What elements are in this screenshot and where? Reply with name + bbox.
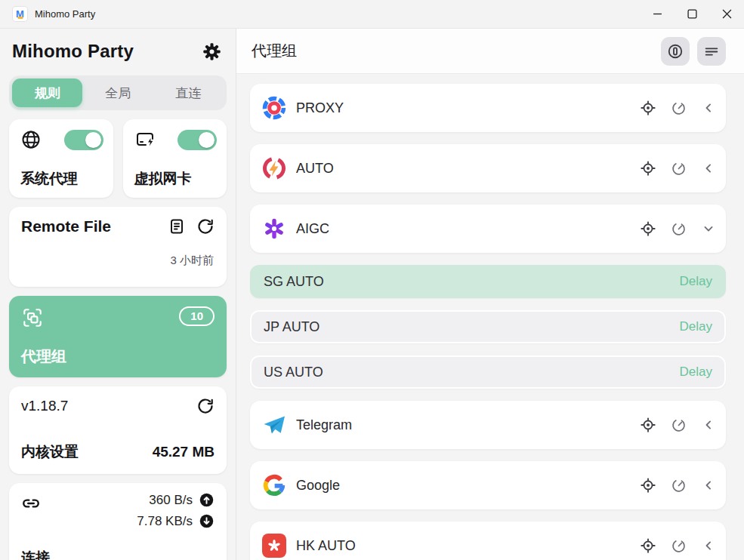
core-memory-usage: 45.27 MB <box>153 444 215 460</box>
delay-test-gauge-icon[interactable] <box>670 477 687 494</box>
maximize-button[interactable] <box>675 0 709 28</box>
tab-rule-mode[interactable]: 规则 <box>12 78 82 107</box>
lightning-ring-icon <box>262 156 286 180</box>
core-card[interactable]: v1.18.7 内核设置 45.27 MB <box>9 386 227 474</box>
restart-core-icon[interactable] <box>196 397 215 415</box>
connections-card[interactable]: 360 B/s 7.78 KB/s <box>9 483 227 560</box>
download-speed: 7.78 KB/s <box>137 514 193 529</box>
upload-arrow-icon <box>199 492 215 508</box>
core-settings-label: 内核设置 <box>21 442 79 462</box>
delay-label[interactable]: Delay <box>680 274 712 289</box>
tun-label: 虚拟网卡 <box>134 169 218 189</box>
sidebar-app-title: Mihomo Party <box>12 41 134 62</box>
proxy-group-row[interactable]: AUTO <box>250 144 726 192</box>
delay-test-gauge-icon[interactable] <box>670 100 687 116</box>
outbound-mode-tabs: 规则 全局 直连 <box>9 75 227 110</box>
proxy-group-row[interactable]: Google <box>250 461 726 509</box>
locate-icon[interactable] <box>640 537 656 554</box>
proxy-node-name: US AUTO <box>264 365 323 380</box>
delay-label[interactable]: Delay <box>680 319 712 334</box>
proxy-group-name: HK AUTO <box>296 538 356 554</box>
profile-title: Remote File <box>21 217 111 235</box>
upload-speed: 360 B/s <box>149 493 193 508</box>
proxy-group-name: Telegram <box>296 417 352 433</box>
system-proxy-card[interactable]: 系统代理 <box>9 119 113 198</box>
edit-file-icon[interactable] <box>168 217 186 235</box>
openai-flower-icon <box>262 217 286 241</box>
chevron-left-icon[interactable] <box>700 537 717 554</box>
download-arrow-icon <box>199 513 215 529</box>
window-titlebar: M Mihomo Party <box>0 0 744 29</box>
profile-updated-time: 3 小时前 <box>170 254 214 268</box>
proxy-group-name: Google <box>296 478 340 494</box>
delay-test-gauge-icon[interactable] <box>670 220 687 237</box>
chevron-left-icon[interactable] <box>700 417 717 433</box>
tun-card[interactable]: 虚拟网卡 <box>123 119 227 198</box>
window-title: Mihomo Party <box>35 8 95 20</box>
chevron-left-icon[interactable] <box>700 477 717 494</box>
virtual-nic-icon <box>134 129 156 150</box>
connections-label: 连接 <box>21 548 50 560</box>
delay-label[interactable]: Delay <box>680 365 712 380</box>
proxy-groups-icon <box>21 306 44 329</box>
settings-gear-icon[interactable] <box>201 41 222 62</box>
proxy-group-name: AIGC <box>296 221 329 237</box>
proxy-group-name: PROXY <box>296 100 344 116</box>
close-button[interactable] <box>709 0 744 28</box>
proxy-group-list: PROXY <box>236 74 744 560</box>
locate-icon[interactable] <box>640 417 656 433</box>
proxy-group-row[interactable]: AIGC <box>250 205 726 253</box>
proxy-group-row[interactable]: PROXY <box>250 84 726 132</box>
proxy-group-row[interactable]: Telegram <box>250 401 726 449</box>
proxy-node-row[interactable]: US AUTO Delay <box>250 355 726 389</box>
proxy-target-icon <box>262 96 286 120</box>
main-panel: 代理组 PROXY <box>236 29 744 560</box>
profile-card[interactable]: Remote File 3 小时前 <box>9 207 227 287</box>
proxy-group-row[interactable]: HK AUTO <box>250 522 726 560</box>
sidebar-item-proxy-groups[interactable]: 10 代理组 <box>9 296 227 377</box>
delay-test-gauge-icon[interactable] <box>670 417 687 433</box>
proxy-detail-toggle-button[interactable] <box>661 37 690 66</box>
locate-icon[interactable] <box>640 477 656 494</box>
page-title: 代理组 <box>252 41 297 61</box>
google-g-icon <box>262 473 286 497</box>
proxy-node-row[interactable]: SG AUTO Delay <box>250 265 726 298</box>
delay-test-gauge-icon[interactable] <box>670 537 687 554</box>
app-logo-icon: M <box>13 7 27 21</box>
proxy-groups-label: 代理组 <box>21 346 66 367</box>
system-proxy-toggle[interactable] <box>64 130 103 150</box>
proxy-group-name: AUTO <box>296 161 334 177</box>
proxy-node-name: SG AUTO <box>264 274 324 290</box>
sidebar: Mihomo Party 规则 全局 直连 <box>0 29 236 560</box>
system-proxy-label: 系统代理 <box>20 169 103 189</box>
tun-toggle[interactable] <box>178 130 217 150</box>
proxy-groups-count-badge: 10 <box>179 306 215 326</box>
proxy-node-name: JP AUTO <box>264 319 320 335</box>
main-header: 代理组 <box>236 29 744 74</box>
locate-icon[interactable] <box>640 220 656 237</box>
telegram-plane-icon <box>262 413 286 437</box>
locate-icon[interactable] <box>640 100 656 116</box>
delay-test-gauge-icon[interactable] <box>670 160 687 177</box>
core-version: v1.18.7 <box>21 398 68 414</box>
locate-icon[interactable] <box>640 160 656 177</box>
chevron-down-icon[interactable] <box>700 220 717 237</box>
sort-options-button[interactable] <box>697 37 726 66</box>
minimize-button[interactable] <box>640 0 675 28</box>
hk-flag-icon <box>262 534 286 558</box>
chevron-left-icon[interactable] <box>700 100 717 116</box>
globe-icon <box>20 129 42 150</box>
link-icon <box>21 494 41 513</box>
refresh-profile-icon[interactable] <box>196 217 215 235</box>
tab-global-mode[interactable]: 全局 <box>82 78 153 107</box>
tab-direct-mode[interactable]: 直连 <box>153 78 224 107</box>
proxy-node-row[interactable]: JP AUTO Delay <box>250 310 726 343</box>
chevron-left-icon[interactable] <box>700 160 717 177</box>
